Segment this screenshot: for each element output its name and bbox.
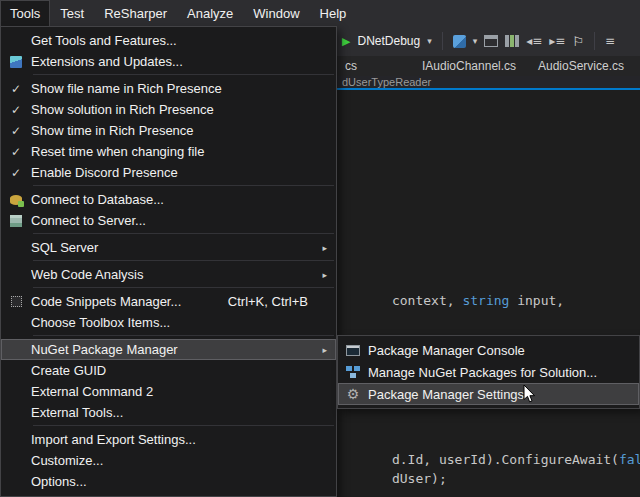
- previous-item-list-icon[interactable]: ◂≡: [526, 34, 542, 48]
- submenu-caret-icon: ▸: [322, 270, 327, 280]
- document-tab-audioservice[interactable]: AudioService.cs: [538, 56, 624, 76]
- code-keyword: string: [462, 293, 509, 308]
- menu-icon-slot: ✓: [1, 124, 31, 138]
- bookmark-icon[interactable]: ⚐: [572, 34, 584, 49]
- code-text: input,: [509, 293, 564, 308]
- toolbar-separator: [594, 32, 595, 50]
- toolbar-separator: [442, 32, 443, 50]
- menu-icon-slot: ✓: [1, 145, 31, 159]
- attach-to-process-icon[interactable]: [453, 35, 466, 48]
- menu-separator: [33, 233, 334, 234]
- menu-icon-slot: [1, 296, 31, 307]
- menu-item-sql-server[interactable]: SQL Server ▸: [1, 237, 336, 258]
- menu-separator: [33, 335, 334, 336]
- submenu-caret-icon: ▸: [322, 345, 327, 355]
- menu-item-label: Package Manager Console: [368, 343, 639, 358]
- menubar-item-analyze[interactable]: Analyze: [177, 0, 243, 26]
- menu-item-choose-toolbox-items[interactable]: Choose Toolbox Items...: [1, 312, 336, 333]
- menu-item-get-tools-and-features[interactable]: Get Tools and Features...: [1, 30, 336, 51]
- menu-item-code-snippets-manager[interactable]: Code Snippets Manager... Ctrl+K, Ctrl+B: [1, 291, 336, 312]
- nuget-package-manager-submenu: Package Manager Console Manage NuGet Pac…: [337, 335, 640, 409]
- new-window-icon[interactable]: [484, 35, 498, 47]
- check-icon: ✓: [11, 82, 21, 96]
- menu-icon-slot: [1, 215, 31, 227]
- menubar-item-tools[interactable]: Tools: [0, 0, 50, 26]
- tools-menu: Get Tools and Features... Extensions and…: [0, 26, 337, 497]
- menu-item-label: Code Snippets Manager...: [31, 294, 228, 309]
- toolbar-dropdown-caret-icon[interactable]: ▾: [473, 36, 478, 46]
- menu-item-label: Extensions and Updates...: [31, 54, 336, 69]
- menu-item-connect-to-server[interactable]: Connect to Server...: [1, 210, 336, 231]
- menu-item-label: Get Tools and Features...: [31, 33, 336, 48]
- menu-item-nuget-package-manager[interactable]: NuGet Package Manager ▸: [1, 339, 336, 360]
- start-debug-icon[interactable]: ▶: [342, 35, 350, 48]
- menu-icon-slot: ✓: [1, 82, 31, 96]
- menubar-item-help[interactable]: Help: [310, 0, 357, 26]
- mouse-cursor: [523, 384, 537, 404]
- menu-item-external-command-2[interactable]: External Command 2: [1, 381, 336, 402]
- menu-item-label: Enable Discord Presence: [31, 165, 336, 180]
- code-line: se);: [345, 484, 423, 497]
- menu-item-label: External Tools...: [31, 405, 336, 420]
- check-icon: ✓: [11, 166, 21, 180]
- navbar-type-text: dUserTypeReader: [342, 76, 431, 88]
- code-keyword: false: [619, 452, 640, 467]
- menu-separator: [33, 425, 334, 426]
- next-item-list-icon[interactable]: ▸≡: [549, 34, 565, 48]
- console-icon: [346, 345, 360, 356]
- menu-item-label: Show file name in Rich Presence: [31, 81, 336, 96]
- menu-item-import-export-settings[interactable]: Import and Export Settings...: [1, 429, 336, 450]
- submenu-caret-icon: ▸: [322, 243, 327, 253]
- toolbar-content: ▶ DNetDebug ▾ ▾ ◂≡ ▸≡ ⚐ ≡: [342, 26, 615, 56]
- menu-bar: Tools Test ReSharper Analyze Window Help: [0, 0, 640, 26]
- menu-item-label: External Command 2: [31, 384, 336, 399]
- menu-item-label: Customize...: [31, 453, 336, 468]
- menubar-item-test[interactable]: Test: [50, 0, 94, 26]
- menu-item-label: Import and Export Settings...: [31, 432, 336, 447]
- menu-item-package-manager-settings[interactable]: ⚙ Package Manager Settings: [338, 383, 639, 405]
- menu-item-options[interactable]: Options...: [1, 471, 336, 492]
- menu-item-show-time-rich-presence[interactable]: ✓ Show time in Rich Presence: [1, 120, 336, 141]
- menu-item-create-guid[interactable]: Create GUID: [1, 360, 336, 381]
- menu-item-customize[interactable]: Customize...: [1, 450, 336, 471]
- menu-icon-slot: ✓: [1, 103, 31, 117]
- code-line: context, string input,: [345, 278, 564, 323]
- menu-item-connect-to-database[interactable]: Connect to Database...: [1, 189, 336, 210]
- menu-item-label: Connect to Server...: [31, 213, 336, 228]
- menu-item-label: NuGet Package Manager: [31, 342, 336, 357]
- menu-item-label: SQL Server: [31, 240, 336, 255]
- menu-item-label: Package Manager Settings: [368, 387, 639, 402]
- menu-item-shortcut: Ctrl+K, Ctrl+B: [228, 294, 308, 309]
- menu-item-enable-discord-presence[interactable]: ✓ Enable Discord Presence: [1, 162, 336, 183]
- menu-item-reset-time-when-changing-file[interactable]: ✓ Reset time when changing file: [1, 141, 336, 162]
- menu-item-web-code-analysis[interactable]: Web Code Analysis ▸: [1, 264, 336, 285]
- menu-separator: [33, 287, 334, 288]
- document-tab-iaudiochannel[interactable]: IAudioChannel.cs: [422, 56, 516, 76]
- menu-item-manage-nuget-packages-for-solution[interactable]: Manage NuGet Packages for Solution...: [338, 361, 639, 383]
- menubar-item-resharper[interactable]: ReSharper: [94, 0, 177, 26]
- menu-item-extensions-and-updates[interactable]: Extensions and Updates...: [1, 51, 336, 72]
- gear-icon: ⚙: [347, 387, 360, 401]
- columns-icon[interactable]: [505, 35, 519, 47]
- task-list-icon[interactable]: ≡: [605, 34, 615, 48]
- menu-icon-slot: ⚙: [338, 387, 368, 401]
- vs-window: Tools Test ReSharper Analyze Window Help…: [0, 0, 640, 497]
- menu-item-show-solution-rich-presence[interactable]: ✓ Show solution in Rich Presence: [1, 99, 336, 120]
- menu-item-external-tools[interactable]: External Tools...: [1, 402, 336, 423]
- document-tab-partial[interactable]: cs: [345, 56, 357, 76]
- snippets-icon: [11, 296, 22, 307]
- menu-item-label: Choose Toolbox Items...: [31, 315, 336, 330]
- menu-item-show-file-name-rich-presence[interactable]: ✓ Show file name in Rich Presence: [1, 78, 336, 99]
- menu-icon-slot: [1, 195, 31, 205]
- debug-target-label[interactable]: DNetDebug: [357, 34, 420, 48]
- menu-icon-slot: [338, 366, 368, 378]
- menubar-item-window[interactable]: Window: [243, 0, 309, 26]
- menu-item-label: Show time in Rich Presence: [31, 123, 336, 138]
- menu-item-package-manager-console[interactable]: Package Manager Console: [338, 339, 639, 361]
- menu-item-label: Create GUID: [31, 363, 336, 378]
- menu-separator: [33, 185, 334, 186]
- nuget-packages-icon: [346, 366, 360, 378]
- debug-target-caret-icon[interactable]: ▾: [427, 36, 432, 46]
- menu-item-label: Manage NuGet Packages for Solution...: [368, 365, 639, 380]
- menu-item-label: Show solution in Rich Presence: [31, 102, 336, 117]
